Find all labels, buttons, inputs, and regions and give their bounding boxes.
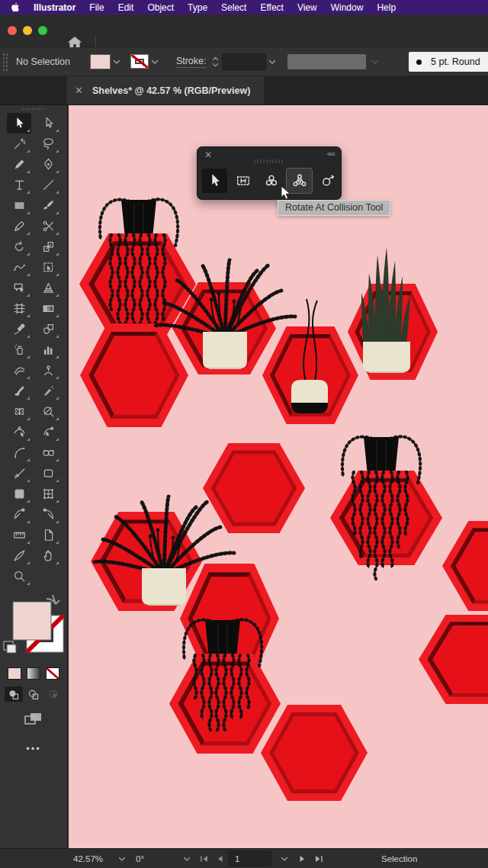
zoom-tool[interactable] <box>7 566 31 587</box>
menu-item-type[interactable]: Type <box>188 2 207 13</box>
minimize-window-button[interactable] <box>23 26 32 35</box>
scale-tool[interactable] <box>36 236 60 257</box>
pattern-dice-tool[interactable] <box>7 484 31 504</box>
previous-artboard-icon[interactable] <box>216 849 223 868</box>
eyedropper-tool[interactable] <box>7 319 31 339</box>
knife-tool[interactable] <box>7 545 31 566</box>
pencil-tool[interactable] <box>7 216 31 236</box>
page-corner-tool[interactable] <box>36 525 60 545</box>
color-button[interactable] <box>8 667 21 680</box>
selection-tool[interactable] <box>7 113 31 133</box>
menu-item-object[interactable]: Object <box>147 2 174 13</box>
measure-tool[interactable] <box>7 463 31 484</box>
paintbrush-tool[interactable] <box>36 195 60 216</box>
menu-item-window[interactable]: Window <box>331 2 364 13</box>
scissors-tool[interactable] <box>36 216 60 236</box>
tab-close-icon[interactable]: ✕ <box>75 85 83 96</box>
perspective-grid-tool[interactable] <box>36 278 60 298</box>
chalk-brush-tool[interactable] <box>36 381 60 401</box>
next-artboard-icon[interactable] <box>299 849 307 868</box>
zoom-window-button[interactable] <box>38 26 47 35</box>
arc-tool[interactable] <box>7 442 31 463</box>
direct-selection-tool[interactable] <box>36 113 60 133</box>
artboard-dropdown-chevron-icon[interactable] <box>281 849 288 868</box>
close-window-button[interactable] <box>8 26 17 35</box>
none-button[interactable] <box>46 667 59 680</box>
type-tool[interactable] <box>7 175 31 195</box>
last-artboard-icon[interactable] <box>314 849 323 868</box>
rotation-dropdown-chevron-icon[interactable] <box>183 849 191 868</box>
blob-brush-tool[interactable] <box>7 381 31 401</box>
warp-tool[interactable] <box>7 257 31 278</box>
lasso-tool[interactable] <box>36 133 60 154</box>
column-graph-tool[interactable] <box>36 339 60 360</box>
menu-item-view[interactable]: View <box>297 2 317 13</box>
free-transform-tool[interactable] <box>36 257 60 278</box>
rotate-view-tool[interactable] <box>36 401 60 422</box>
rotate-tool[interactable] <box>7 236 31 257</box>
gradient-button[interactable] <box>27 667 40 680</box>
stroke-weight-stepper[interactable] <box>212 56 219 67</box>
stroke-weight-dropdown-chevron-icon[interactable] <box>266 54 278 69</box>
stroke-weight-field[interactable] <box>222 53 266 70</box>
ruler-tool[interactable] <box>7 525 31 545</box>
zoom-level-value[interactable]: 42.57% <box>73 849 103 868</box>
marker-tool[interactable] <box>7 154 31 175</box>
shape-circles-tool[interactable] <box>36 442 60 463</box>
panel-lattice-tool[interactable] <box>230 169 255 193</box>
add-anchor-point-tool[interactable] <box>7 422 31 442</box>
control-bar-grip[interactable] <box>2 53 8 71</box>
comment-cursor-tool[interactable] <box>7 278 31 298</box>
artboard-number-field[interactable]: 1 <box>229 851 271 866</box>
symbol-sprayer-tool[interactable] <box>7 339 31 360</box>
rectangle-tool[interactable] <box>7 195 31 216</box>
change-screen-mode-button[interactable] <box>24 711 43 729</box>
magic-wand-tool[interactable] <box>7 133 31 154</box>
brush-definition-item[interactable]: 5 pt. Round <box>409 52 488 72</box>
mesh-tool[interactable] <box>7 298 31 319</box>
canvas-area[interactable]: ✕ «« Rotate At Collision Tool <box>69 105 488 848</box>
menu-item-file[interactable]: File <box>89 2 104 13</box>
line-segment-tool[interactable] <box>36 175 60 195</box>
canvas-artwork[interactable] <box>69 105 488 848</box>
document-tab[interactable]: ✕ Shelves* @ 42.57 % (RGB/Preview) <box>67 76 264 104</box>
panel-orbit-tool[interactable] <box>315 169 340 193</box>
blend-tool[interactable] <box>36 319 60 339</box>
menu-item-select[interactable]: Select <box>221 2 246 13</box>
gradient-tool[interactable] <box>36 298 60 319</box>
stroke-color-swatch[interactable] <box>130 54 149 69</box>
symbolism-butterfly-tool[interactable] <box>7 401 31 422</box>
variable-width-profile-dropdown[interactable] <box>287 54 366 69</box>
rotation-value[interactable]: 0° <box>136 849 144 868</box>
puppet-warp-tool[interactable] <box>36 360 60 381</box>
draw-behind-mode-button[interactable] <box>24 686 43 702</box>
menu-item-edit[interactable]: Edit <box>118 2 134 13</box>
fill-dropdown-chevron-icon[interactable] <box>111 54 123 69</box>
panel-collapse-icon[interactable]: «« <box>327 149 335 158</box>
tools-panel-grip[interactable] <box>22 108 45 111</box>
pen-tool[interactable] <box>36 154 60 175</box>
draw-normal-mode-button[interactable] <box>5 686 23 702</box>
menu-item-help[interactable]: Help <box>377 2 396 13</box>
artboard-tool[interactable] <box>36 484 60 504</box>
hand-tool[interactable] <box>36 545 60 566</box>
curvature-gauge-right-tool[interactable] <box>36 504 60 525</box>
width-tool[interactable] <box>7 360 31 381</box>
panel-selection-tool[interactable] <box>202 169 227 193</box>
first-artboard-icon[interactable] <box>200 849 209 868</box>
fill-stroke-indicator[interactable] <box>0 593 68 666</box>
stroke-dropdown-chevron-icon[interactable] <box>149 54 161 69</box>
rounded-rectangle-tool[interactable] <box>36 463 60 484</box>
zoom-dropdown-chevron-icon[interactable] <box>118 849 126 868</box>
panel-close-icon[interactable]: ✕ <box>204 149 212 160</box>
anchor-point-tool[interactable] <box>36 422 60 442</box>
floating-tool-panel[interactable]: ✕ «« <box>197 146 342 200</box>
stroke-weight-label[interactable]: Stroke: <box>176 56 207 68</box>
edit-toolbar-button[interactable]: ••• <box>26 743 41 754</box>
menu-item-effect[interactable]: Effect <box>260 2 283 13</box>
panel-drag-grip[interactable] <box>254 159 284 163</box>
menu-app-name[interactable]: Illustrator <box>34 2 75 13</box>
curvature-gauge-left-tool[interactable] <box>7 504 31 525</box>
fill-color-swatch[interactable] <box>90 54 111 69</box>
floating-panel-header[interactable]: ✕ «« <box>197 147 341 162</box>
